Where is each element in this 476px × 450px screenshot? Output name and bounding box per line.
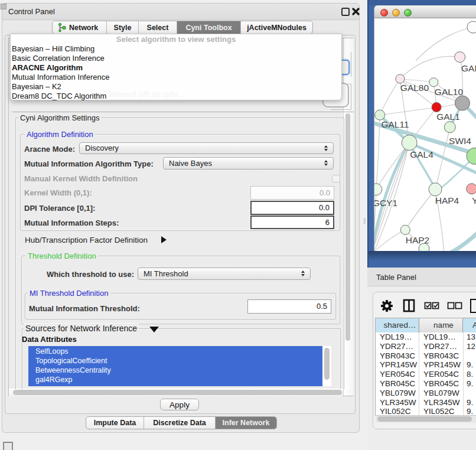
svg-text:SWI4: SWI4 bbox=[449, 136, 471, 146]
svg-text:GAL4: GAL4 bbox=[410, 149, 433, 159]
svg-text:GAL11: GAL11 bbox=[381, 119, 409, 129]
svg-text:GAL80: GAL80 bbox=[400, 83, 429, 93]
svg-text:HAP2: HAP2 bbox=[406, 235, 430, 245]
svg-text:Y: Y bbox=[472, 195, 476, 206]
svg-text:GCY1: GCY1 bbox=[374, 198, 397, 208]
svg-text:GAL7: GAL7 bbox=[461, 63, 476, 73]
svg-text:HAP4: HAP4 bbox=[435, 195, 459, 206]
svg-text:GAL1: GAL1 bbox=[436, 112, 460, 122]
svg-text:GAL10: GAL10 bbox=[435, 87, 464, 97]
